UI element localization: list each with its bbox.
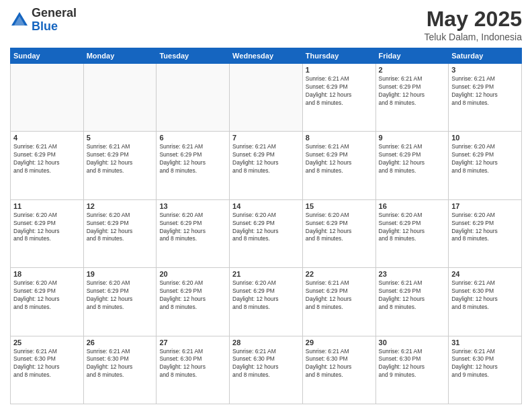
day-info: Sunrise: 6:21 AMSunset: 6:29 PMDaylight:… (232, 143, 300, 175)
day-info: Sunrise: 6:21 AMSunset: 6:29 PMDaylight:… (13, 143, 81, 175)
col-tuesday: Tuesday (157, 48, 230, 64)
page: General Blue May 2025 Teluk Dalam, Indon… (0, 0, 532, 411)
col-thursday: Thursday (302, 48, 375, 64)
calendar-cell: 29Sunrise: 6:21 AMSunset: 6:30 PMDayligh… (302, 336, 375, 404)
day-info: Sunrise: 6:20 AMSunset: 6:29 PMDaylight:… (306, 212, 373, 244)
calendar-cell: 2Sunrise: 6:21 AMSunset: 6:29 PMDaylight… (375, 64, 449, 132)
calendar-cell: 14Sunrise: 6:20 AMSunset: 6:29 PMDayligh… (230, 199, 303, 267)
day-number: 6 (159, 134, 226, 142)
day-number: 25 (13, 338, 81, 347)
day-number: 20 (159, 270, 226, 278)
calendar-cell: 23Sunrise: 6:21 AMSunset: 6:29 PMDayligh… (375, 268, 449, 336)
calendar-cell: 18Sunrise: 6:20 AMSunset: 6:29 PMDayligh… (11, 268, 84, 336)
calendar-cell (83, 64, 157, 132)
day-info: Sunrise: 6:21 AMSunset: 6:29 PMDaylight:… (379, 143, 446, 175)
day-info: Sunrise: 6:21 AMSunset: 6:30 PMDaylight:… (87, 348, 154, 380)
day-number: 8 (306, 134, 373, 142)
day-number: 30 (379, 338, 446, 347)
title-block: May 2025 Teluk Dalam, Indonesia (424, 7, 522, 42)
day-info: Sunrise: 6:20 AMSunset: 6:29 PMDaylight:… (451, 212, 519, 244)
day-info: Sunrise: 6:20 AMSunset: 6:29 PMDaylight:… (232, 279, 300, 312)
day-number: 18 (13, 270, 81, 278)
day-info: Sunrise: 6:21 AMSunset: 6:29 PMDaylight:… (159, 143, 226, 175)
day-number: 31 (451, 338, 519, 347)
day-info: Sunrise: 6:20 AMSunset: 6:29 PMDaylight:… (232, 212, 300, 244)
col-saturday: Saturday (449, 48, 522, 64)
calendar-cell: 7Sunrise: 6:21 AMSunset: 6:29 PMDaylight… (230, 132, 303, 199)
day-info: Sunrise: 6:20 AMSunset: 6:29 PMDaylight:… (451, 143, 519, 175)
day-number: 28 (232, 338, 300, 347)
day-number: 1 (306, 66, 373, 74)
calendar-cell: 4Sunrise: 6:21 AMSunset: 6:29 PMDaylight… (11, 132, 84, 199)
day-number: 5 (87, 134, 154, 142)
day-info: Sunrise: 6:20 AMSunset: 6:29 PMDaylight:… (13, 212, 81, 244)
calendar-cell: 22Sunrise: 6:21 AMSunset: 6:29 PMDayligh… (302, 268, 375, 336)
calendar-cell: 3Sunrise: 6:21 AMSunset: 6:29 PMDaylight… (449, 64, 522, 132)
calendar-cell: 5Sunrise: 6:21 AMSunset: 6:29 PMDaylight… (83, 132, 157, 199)
calendar-title: May 2025 (424, 7, 522, 32)
calendar-week-2: 4Sunrise: 6:21 AMSunset: 6:29 PMDaylight… (11, 132, 522, 199)
logo-icon (10, 11, 29, 30)
calendar-table: Sunday Monday Tuesday Wednesday Thursday… (10, 48, 522, 404)
calendar-cell: 21Sunrise: 6:20 AMSunset: 6:29 PMDayligh… (230, 268, 303, 336)
calendar-cell: 27Sunrise: 6:21 AMSunset: 6:30 PMDayligh… (157, 336, 230, 404)
day-info: Sunrise: 6:21 AMSunset: 6:29 PMDaylight:… (379, 279, 446, 312)
calendar-cell: 8Sunrise: 6:21 AMSunset: 6:29 PMDaylight… (302, 132, 375, 199)
day-number: 24 (451, 270, 519, 278)
day-info: Sunrise: 6:21 AMSunset: 6:29 PMDaylight:… (306, 75, 373, 107)
calendar-week-4: 18Sunrise: 6:20 AMSunset: 6:29 PMDayligh… (11, 268, 522, 336)
calendar-cell: 11Sunrise: 6:20 AMSunset: 6:29 PMDayligh… (11, 199, 84, 267)
day-number: 9 (379, 134, 446, 142)
day-number: 11 (13, 202, 81, 210)
day-info: Sunrise: 6:21 AMSunset: 6:30 PMDaylight:… (306, 348, 373, 380)
calendar-week-3: 11Sunrise: 6:20 AMSunset: 6:29 PMDayligh… (11, 199, 522, 267)
day-info: Sunrise: 6:20 AMSunset: 6:29 PMDaylight:… (379, 212, 446, 244)
calendar-cell: 15Sunrise: 6:20 AMSunset: 6:29 PMDayligh… (302, 199, 375, 267)
calendar-header-row: Sunday Monday Tuesday Wednesday Thursday… (11, 48, 522, 64)
day-number: 16 (379, 202, 446, 210)
header: General Blue May 2025 Teluk Dalam, Indon… (10, 7, 522, 42)
calendar-cell: 24Sunrise: 6:21 AMSunset: 6:30 PMDayligh… (449, 268, 522, 336)
calendar-cell: 13Sunrise: 6:20 AMSunset: 6:29 PMDayligh… (157, 199, 230, 267)
logo-blue-text: Blue (32, 20, 77, 34)
calendar-cell: 12Sunrise: 6:20 AMSunset: 6:29 PMDayligh… (83, 199, 157, 267)
col-friday: Friday (375, 48, 449, 64)
calendar-cell (11, 64, 84, 132)
calendar-cell: 16Sunrise: 6:20 AMSunset: 6:29 PMDayligh… (375, 199, 449, 267)
day-info: Sunrise: 6:21 AMSunset: 6:29 PMDaylight:… (306, 143, 373, 175)
day-number: 15 (306, 202, 373, 210)
day-number: 23 (379, 270, 446, 278)
calendar-cell: 10Sunrise: 6:20 AMSunset: 6:29 PMDayligh… (449, 132, 522, 199)
day-info: Sunrise: 6:20 AMSunset: 6:29 PMDaylight:… (159, 212, 226, 244)
day-number: 14 (232, 202, 300, 210)
calendar-cell (157, 64, 230, 132)
day-number: 7 (232, 134, 300, 142)
day-number: 3 (451, 66, 519, 74)
day-number: 26 (87, 338, 154, 347)
calendar-cell: 20Sunrise: 6:20 AMSunset: 6:29 PMDayligh… (157, 268, 230, 336)
day-info: Sunrise: 6:21 AMSunset: 6:30 PMDaylight:… (232, 348, 300, 380)
logo-text: General Blue (32, 7, 77, 34)
calendar-location: Teluk Dalam, Indonesia (424, 32, 522, 42)
day-info: Sunrise: 6:21 AMSunset: 6:30 PMDaylight:… (451, 279, 519, 312)
day-info: Sunrise: 6:20 AMSunset: 6:29 PMDaylight:… (87, 279, 154, 312)
calendar-cell: 9Sunrise: 6:21 AMSunset: 6:29 PMDaylight… (375, 132, 449, 199)
calendar-cell: 28Sunrise: 6:21 AMSunset: 6:30 PMDayligh… (230, 336, 303, 404)
day-number: 19 (87, 270, 154, 278)
day-info: Sunrise: 6:20 AMSunset: 6:29 PMDaylight:… (159, 279, 226, 312)
day-info: Sunrise: 6:20 AMSunset: 6:29 PMDaylight:… (87, 212, 154, 244)
logo: General Blue (10, 7, 77, 34)
calendar-cell: 1Sunrise: 6:21 AMSunset: 6:29 PMDaylight… (302, 64, 375, 132)
day-number: 21 (232, 270, 300, 278)
day-info: Sunrise: 6:21 AMSunset: 6:29 PMDaylight:… (379, 75, 446, 107)
day-info: Sunrise: 6:21 AMSunset: 6:30 PMDaylight:… (13, 348, 81, 380)
day-info: Sunrise: 6:21 AMSunset: 6:30 PMDaylight:… (379, 348, 446, 380)
day-info: Sunrise: 6:21 AMSunset: 6:29 PMDaylight:… (306, 279, 373, 312)
calendar-cell: 30Sunrise: 6:21 AMSunset: 6:30 PMDayligh… (375, 336, 449, 404)
day-number: 12 (87, 202, 154, 210)
calendar-week-5: 25Sunrise: 6:21 AMSunset: 6:30 PMDayligh… (11, 336, 522, 404)
calendar-cell: 19Sunrise: 6:20 AMSunset: 6:29 PMDayligh… (83, 268, 157, 336)
col-sunday: Sunday (11, 48, 84, 64)
day-number: 27 (159, 338, 226, 347)
col-wednesday: Wednesday (230, 48, 303, 64)
